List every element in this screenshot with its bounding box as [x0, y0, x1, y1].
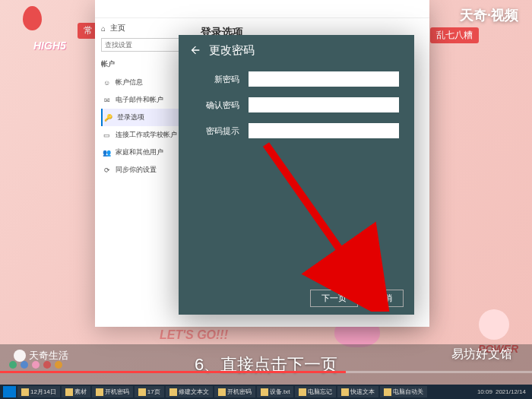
person-icon: ☺ [103, 78, 111, 87]
taskbar-item-label: 电脑忘记 [308, 388, 332, 396]
arrow-left-icon [189, 44, 201, 56]
taskbar-item[interactable]: 12月14日 [17, 386, 60, 397]
folder-icon [138, 388, 146, 396]
watermark-bottom-right: 易坊好文馆 [451, 347, 512, 363]
sidebar-item-label: 同步你的设置 [116, 165, 157, 175]
folder-icon [169, 388, 177, 396]
modal-footer: 下一页 取消 [179, 282, 414, 315]
folder-icon [218, 388, 226, 396]
brand-icon [14, 350, 26, 362]
sidebar-home-label: 主页 [110, 23, 125, 33]
confirm-password-input[interactable] [249, 97, 399, 112]
watermark-top-right: 天奇·视频 [460, 6, 518, 24]
watermark-bottom-left: 天奇生活 [14, 349, 68, 363]
folder-icon [261, 388, 268, 396]
taskbar: 12月14日素材开机密码17页修建文本文开机密码设备.txt电脑忘记快速文本电脑… [0, 385, 532, 399]
taskbar-item[interactable]: 修建文本文 [166, 386, 213, 397]
sidebar-category: 帐户 [101, 59, 184, 69]
taskbar-item-label: 12月14日 [30, 388, 56, 396]
new-password-label: 新密码 [194, 74, 239, 85]
folder-icon [21, 388, 29, 396]
new-password-input[interactable] [249, 71, 399, 87]
modal-body: 新密码 确认密码 密码提示 [179, 65, 414, 282]
family-icon: 👥 [103, 148, 111, 157]
modal-header: 更改密码 [179, 35, 414, 65]
back-button[interactable] [188, 43, 203, 58]
taskbar-item-label: 17页 [147, 388, 160, 396]
sidebar-item-label: 帐户信息 [116, 78, 143, 87]
folder-icon [384, 388, 391, 396]
tray-time: 10:09 [477, 388, 492, 395]
sidebar-item-sync[interactable]: ⟳同步你的设置 [101, 161, 184, 179]
decor-badge-2: 乱七八糟 [430, 27, 479, 43]
taskbar-item[interactable]: 开机密码 [214, 386, 255, 397]
system-tray[interactable]: 10:09 2021/12/14 [477, 388, 529, 395]
settings-sidebar: ⌂ 主页 帐户 ☺帐户信息 ✉电子邮件和帐户 🔑登录选项 ▭连接工作或学校帐户 … [95, 18, 190, 327]
sidebar-item-signin-options[interactable]: 🔑登录选项 [101, 109, 184, 126]
password-hint-label: 密码提示 [194, 125, 239, 137]
taskbar-item[interactable]: 设备.txt [257, 386, 294, 397]
folder-icon [299, 388, 306, 396]
balloon-icon [23, 6, 42, 30]
sidebar-item-account-info[interactable]: ☺帐户信息 [101, 74, 184, 91]
cancel-button[interactable]: 取消 [364, 290, 404, 307]
home-icon: ⌂ [101, 24, 106, 33]
letsgo-text: LET'S GO!!! [160, 328, 228, 342]
sidebar-home[interactable]: ⌂ 主页 [101, 23, 184, 33]
folder-icon [65, 388, 73, 396]
taskbar-item-label: 快速文本 [350, 388, 375, 396]
sidebar-item-label: 电子邮件和帐户 [116, 95, 163, 105]
video-progress-fill [0, 371, 346, 373]
video-progress-bar[interactable] [0, 371, 532, 373]
taskbar-item-label: 修建文本文 [179, 388, 209, 396]
change-password-modal: 更改密码 新密码 确认密码 密码提示 下一页 取消 [179, 35, 414, 315]
taskbar-item-label: 开机密码 [105, 388, 129, 396]
key-icon: 🔑 [104, 113, 112, 122]
taskbar-item-label: 设备.txt [270, 388, 290, 396]
taskbar-item[interactable]: 快速文本 [337, 386, 378, 397]
taskbar-item[interactable]: 电脑自动关 [380, 386, 427, 397]
folder-icon [341, 388, 349, 396]
sidebar-item-label: 登录选项 [117, 112, 144, 122]
taskbar-item[interactable]: 17页 [135, 386, 164, 397]
sidebar-item-label: 家庭和其他用户 [116, 147, 163, 157]
briefcase-icon: ▭ [103, 131, 111, 139]
folder-icon [96, 388, 103, 396]
confirm-password-label: 确认密码 [194, 100, 239, 111]
sidebar-item-email[interactable]: ✉电子邮件和帐户 [101, 91, 184, 109]
tray-date: 2021/12/14 [496, 388, 526, 395]
fist-icon [479, 309, 509, 340]
taskbar-item-label: 素材 [74, 388, 87, 396]
settings-search-input[interactable] [101, 38, 184, 52]
sync-icon: ⟳ [103, 166, 111, 174]
sidebar-item-work-school[interactable]: ▭连接工作或学校帐户 [101, 126, 184, 144]
start-button[interactable] [3, 386, 16, 397]
next-button[interactable]: 下一页 [310, 290, 358, 307]
sidebar-item-family[interactable]: 👥家庭和其他用户 [101, 144, 184, 161]
taskbar-item[interactable]: 电脑忘记 [295, 386, 336, 397]
modal-title: 更改密码 [209, 43, 255, 58]
taskbar-item-label: 开机密码 [227, 388, 252, 396]
brand-bl-text: 天奇生活 [29, 349, 68, 363]
taskbar-item-label: 电脑自动关 [393, 388, 423, 396]
password-hint-input[interactable] [249, 123, 399, 138]
taskbar-item[interactable]: 开机密码 [92, 386, 133, 397]
sidebar-item-label: 连接工作或学校帐户 [116, 130, 177, 140]
high5-text: HIGH5 [33, 40, 66, 52]
taskbar-item[interactable]: 素材 [62, 386, 90, 397]
mail-icon: ✉ [103, 96, 111, 104]
settings-titlebar [95, 0, 429, 18]
